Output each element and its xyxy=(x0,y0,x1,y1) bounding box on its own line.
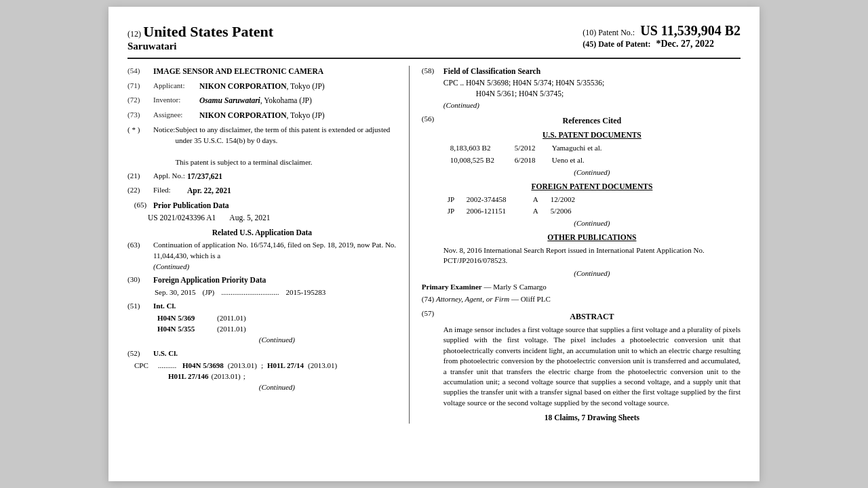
assignee-location: , Tokyo (JP) xyxy=(287,111,325,119)
cpc-row2: H01L 27/146 (2013.01) ; xyxy=(127,371,397,382)
cpc-label: CPC xyxy=(134,361,149,371)
assignee-name: NIKON CORPORATION xyxy=(199,111,287,119)
field-54-content: IMAGE SENSOR AND ELECTRONIC CAMERA xyxy=(153,66,397,77)
fp-1-no: 2002-374458 xyxy=(467,195,528,205)
other-pub-heading: OTHER PUBLICATIONS xyxy=(443,232,741,243)
field-73-label: Assignee: xyxy=(153,110,199,121)
patent-no-value: US 11,539,904 B2 xyxy=(640,23,741,39)
cpc-dots: .......... xyxy=(153,361,178,371)
field-73: (73) Assignee: NIKON CORPORATION, Tokyo … xyxy=(127,110,397,121)
us-pat-heading: U.S. PATENT DOCUMENTS xyxy=(443,129,741,141)
fp-appno: 2015-195283 xyxy=(285,287,326,298)
right-column: (58) Field of Classification Search CPC … xyxy=(410,66,741,424)
fp-date: Sep. 30, 2015 xyxy=(155,287,196,298)
us-pat-1-no: 8,183,603 B2 xyxy=(450,143,508,154)
field-58-label: Field of Classification Search xyxy=(443,67,540,75)
field-73-content: NIKON CORPORATION, Tokyo (JP) xyxy=(199,110,397,121)
field-71-content: NIKON CORPORATION, Tokyo (JP) xyxy=(199,81,397,92)
notice-block: ( * ) Notice: Subject to any disclaimer,… xyxy=(127,125,397,168)
field-56: (56) References Cited U.S. PATENT DOCUME… xyxy=(422,114,741,279)
foreign-continued: (Continued) xyxy=(443,218,741,229)
primary-examiner-name: — Marly S Camargo xyxy=(484,283,546,291)
int-cl-row: (51) Int. Cl. xyxy=(127,301,397,312)
field-71-num: (71) xyxy=(127,81,153,92)
fp-2-type: A xyxy=(533,206,545,217)
related-title: Related U.S. Application Data xyxy=(127,227,397,239)
notice-label: Notice: xyxy=(153,125,175,168)
fp-1-date: 12/2002 xyxy=(551,195,581,205)
pub-section-title: Prior Publication Data xyxy=(153,200,229,211)
pub-section: (65) Prior Publication Data US 2021/0243… xyxy=(127,200,397,224)
int-cl-num: (51) xyxy=(127,301,153,312)
us-pat-1-date: 5/2012 xyxy=(515,143,545,154)
abstract-section: (57) ABSTRACT An image sensor includes a… xyxy=(422,308,741,424)
int-cl-1: H04N 5/369 (2011.01) xyxy=(127,313,397,324)
fp-patent-2: JP 2006-121151 A 5/2006 xyxy=(443,206,741,217)
us-cl-label: U.S. Cl. xyxy=(153,348,186,359)
field-58-num: (58) xyxy=(422,66,443,111)
field-73-num: (73) xyxy=(127,110,153,121)
field-58-cpc2: H04N 5/361; H04N 5/3745; xyxy=(443,89,564,98)
date-value: *Dec. 27, 2022 xyxy=(656,39,714,49)
us-cl-section: (52) U.S. Cl. CPC .......... H04N 5/3698… xyxy=(127,348,397,393)
primary-examiner-row: Primary Examiner — Marly S Camargo xyxy=(422,282,741,293)
field-72-content: Osamu Saruwatari, Yokohama (JP) xyxy=(199,95,397,106)
abstract-num: (57) xyxy=(422,308,443,424)
header-right: (10) Patent No.: US 11,539,904 B2 (45) D… xyxy=(583,23,741,49)
cpc-val2: H01L 27/14 xyxy=(267,361,304,371)
us-cl-continued: (Continued) xyxy=(127,382,397,393)
abstract-heading: ABSTRACT xyxy=(443,311,741,323)
appl-num: (21) xyxy=(127,171,153,182)
field-58-cpc: CPC .. H04N 5/3698; H04N 5/374; H04N 5/3… xyxy=(443,79,604,87)
field-71: (71) Applicant: NIKON CORPORATION, Tokyo… xyxy=(127,81,397,92)
filed-label: Filed: xyxy=(153,185,187,197)
field-58: (58) Field of Classification Search CPC … xyxy=(422,66,741,111)
us-pat-2-date: 6/2018 xyxy=(515,155,545,166)
notice-text: Subject to any disclaimer, the term of t… xyxy=(175,125,396,168)
claims-row: 18 Claims, 7 Drawing Sheets xyxy=(443,412,741,424)
int-cl-continued: (Continued) xyxy=(127,335,397,346)
foreign-num: (30) xyxy=(127,274,153,286)
related-section: Related U.S. Application Data xyxy=(127,227,397,239)
int-cl1: H04N 5/369 xyxy=(157,314,195,322)
us-continued: (Continued) xyxy=(443,167,741,178)
abstract-text: An image sensor includes a first voltage… xyxy=(443,325,741,408)
us-pat-2-no: 10,008,525 B2 xyxy=(450,155,508,166)
fp-2-no: 2006-121151 xyxy=(467,206,528,217)
patent-header: (12) United States Patent Saruwatari (10… xyxy=(127,23,741,59)
cont-text: Continuation of application No. 16/574,1… xyxy=(153,240,397,272)
fp-country: (JP) xyxy=(203,287,215,298)
pub-data: US 2021/0243396 A1 Aug. 5, 2021 xyxy=(127,212,397,224)
body-columns: (54) IMAGE SENSOR AND ELECTRONIC CAMERA … xyxy=(127,66,741,424)
int-cl1-date: (2011.01) xyxy=(197,314,246,322)
cpc-val1: H04N 5/3698 xyxy=(182,361,224,371)
patent-page: (12) United States Patent Saruwatari (10… xyxy=(108,7,760,481)
int-cl-2: H04N 5/355 (2011.01) xyxy=(127,324,397,335)
appl-no-value: 17/237,621 xyxy=(187,171,222,182)
appl-label: Appl. No.: xyxy=(153,171,187,182)
other-pub-continued: (Continued) xyxy=(443,268,741,279)
foreign-pat-heading: FOREIGN PATENT DOCUMENTS xyxy=(443,181,741,192)
header-left: (12) United States Patent Saruwatari xyxy=(127,23,273,52)
continuation-row: (63) Continuation of application No. 16/… xyxy=(127,240,397,272)
fp-1-type: A xyxy=(533,195,545,205)
inventor-location: , Yokohama (JP) xyxy=(260,96,312,104)
us-patent-1: 8,183,603 B2 5/2012 Yamaguchi et al. xyxy=(443,143,741,154)
cpc-val3-date: (2013.01) xyxy=(212,371,241,382)
ref-cited-heading: References Cited xyxy=(443,115,741,127)
pub-date: Aug. 5, 2021 xyxy=(229,212,270,224)
attorney-num: (74) xyxy=(422,295,436,303)
field-56-num: (56) xyxy=(422,114,443,279)
label-12: (12) xyxy=(127,29,141,39)
field-58-continued: (Continued) xyxy=(443,101,479,109)
fp-1-country: JP xyxy=(448,195,461,205)
notice-text2: This patent is subject to a terminal dis… xyxy=(175,158,312,166)
cpc-val3: H01L 27/146 xyxy=(168,371,209,382)
patent-title: United States Patent xyxy=(143,23,273,40)
cpc-row: CPC .......... H04N 5/3698 (2013.01) ; H… xyxy=(127,361,397,371)
appl-no-row: (21) Appl. No.: 17/237,621 xyxy=(127,171,397,182)
int-cl-section: (51) Int. Cl. H04N 5/369 (2011.01) H04N … xyxy=(127,301,397,346)
us-cl-row: (52) U.S. Cl. xyxy=(127,348,397,359)
attorney-label: Attorney, Agent, or Firm xyxy=(436,295,509,303)
notice-num: ( * ) xyxy=(127,125,153,168)
